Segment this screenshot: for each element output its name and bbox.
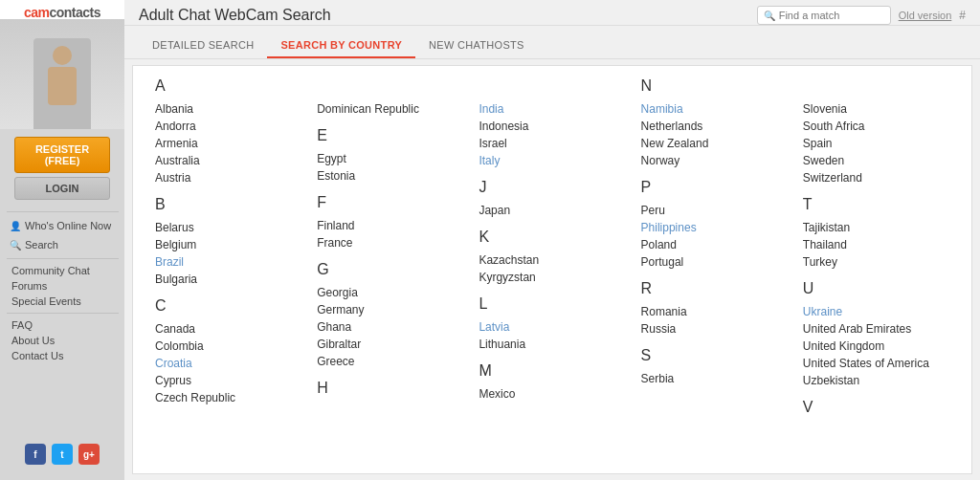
letter-h: H: [317, 380, 463, 397]
letter-g: G: [317, 261, 463, 278]
country-croatia[interactable]: Croatia: [155, 355, 301, 372]
contact-us-nav[interactable]: Contact Us: [0, 348, 124, 363]
register-button[interactable]: REGISTER (FREE): [14, 137, 110, 173]
old-version-link[interactable]: Old version: [899, 10, 952, 21]
person-icon: 👤: [10, 221, 21, 231]
country-mexico[interactable]: Mexico: [479, 385, 625, 403]
country-australia[interactable]: Australia: [155, 152, 301, 169]
country-bulgaria[interactable]: Bulgaria: [155, 271, 301, 288]
country-uae[interactable]: United Arab Emirates: [803, 320, 949, 338]
country-spain[interactable]: Spain: [803, 135, 949, 152]
page-header: Adult Chat WebCam Search 🔍 Old version #: [124, 0, 980, 26]
country-indonesia[interactable]: Indonesia: [479, 118, 625, 135]
letter-f: F: [317, 194, 463, 211]
search-icon: 🔍: [10, 240, 21, 251]
country-germany[interactable]: Germany: [317, 301, 463, 318]
country-estonia[interactable]: Estonia: [317, 167, 463, 185]
country-armenia[interactable]: Armenia: [155, 135, 301, 152]
country-india[interactable]: India: [479, 100, 625, 118]
country-romania[interactable]: Romania: [641, 303, 788, 320]
country-israel[interactable]: Israel: [479, 135, 625, 152]
whos-online-label: Who's Online Now: [25, 220, 111, 231]
hero-figure: [33, 38, 91, 129]
letter-u: U: [803, 280, 949, 297]
facebook-icon[interactable]: f: [25, 444, 46, 465]
country-uzbekistan[interactable]: Uzbekistan: [803, 372, 949, 389]
country-philippines[interactable]: Philippines: [641, 219, 788, 236]
country-dominican-republic[interactable]: Dominican Republic: [317, 100, 463, 118]
country-turkey[interactable]: Turkey: [803, 253, 949, 271]
country-czech-republic[interactable]: Czech Republic: [155, 389, 301, 406]
country-gibraltar[interactable]: Gibraltar: [317, 336, 463, 353]
country-belgium[interactable]: Belgium: [155, 236, 301, 253]
country-finland[interactable]: Finland: [317, 217, 463, 234]
search-label: Search: [25, 239, 58, 251]
faq-nav[interactable]: FAQ: [0, 317, 124, 333]
country-canada[interactable]: Canada: [155, 320, 301, 338]
country-japan[interactable]: Japan: [479, 202, 625, 219]
hash-icon: #: [959, 9, 966, 22]
country-namibia[interactable]: Namibia: [641, 100, 788, 118]
letter-e: E: [317, 127, 463, 144]
about-us-nav[interactable]: About Us: [0, 333, 124, 348]
nav-divider-3: [7, 313, 119, 314]
nav-divider-1: [7, 211, 119, 212]
country-peru[interactable]: Peru: [641, 202, 788, 219]
community-chat-nav[interactable]: Community Chat: [0, 263, 124, 278]
country-lithuania[interactable]: Lithuania: [479, 336, 625, 353]
letter-c: C: [155, 297, 301, 315]
special-events-nav[interactable]: Special Events: [0, 294, 124, 309]
tab-detailed-search[interactable]: DETAILED SEARCH: [139, 33, 267, 58]
country-andorra[interactable]: Andorra: [155, 118, 301, 135]
googleplus-icon[interactable]: g+: [78, 444, 100, 465]
country-cyprus[interactable]: Cyprus: [155, 372, 301, 389]
country-austria[interactable]: Austria: [155, 169, 301, 186]
search-nav[interactable]: 🔍 Search: [0, 235, 124, 254]
letter-v: V: [803, 399, 949, 416]
country-greece[interactable]: Greece: [317, 353, 463, 370]
country-ukraine[interactable]: Ukraine: [803, 303, 949, 320]
country-albania[interactable]: Albania: [155, 100, 301, 118]
twitter-icon[interactable]: t: [52, 444, 73, 465]
country-usa[interactable]: United States of America: [803, 355, 949, 372]
country-content: A Albania Andorra Armenia Australia Aust…: [132, 65, 972, 474]
country-france[interactable]: France: [317, 234, 463, 251]
country-georgia[interactable]: Georgia: [317, 284, 463, 301]
country-switzerland[interactable]: Switzerland: [803, 169, 949, 186]
country-brazil[interactable]: Brazil: [155, 253, 301, 271]
country-south-africa[interactable]: South Africa: [803, 118, 949, 135]
country-norway[interactable]: Norway: [641, 152, 788, 169]
country-russia[interactable]: Russia: [641, 320, 788, 338]
letter-p: P: [641, 179, 788, 196]
hero-image: [0, 19, 124, 129]
country-kazachstan[interactable]: Kazachstan: [479, 251, 625, 269]
letter-r: R: [641, 280, 788, 297]
country-kyrgyzstan[interactable]: Kyrgyzstan: [479, 269, 625, 286]
login-button[interactable]: LOGIN: [14, 177, 110, 200]
logo-cam: cam: [24, 5, 50, 20]
country-serbia[interactable]: Serbia: [641, 370, 788, 387]
country-colombia[interactable]: Colombia: [155, 338, 301, 355]
country-italy[interactable]: Italy: [479, 152, 625, 169]
nav-divider-2: [7, 258, 119, 259]
country-sweden[interactable]: Sweden: [803, 152, 949, 169]
country-slovenia[interactable]: Slovenia: [803, 100, 949, 118]
country-belarus[interactable]: Belarus: [155, 219, 301, 236]
country-portugal[interactable]: Portugal: [641, 253, 788, 271]
country-new-zealand[interactable]: New Zealand: [641, 135, 788, 152]
country-tajikistan[interactable]: Tajikistan: [803, 219, 949, 236]
sidebar: camcontacts REGISTER (FREE) LOGIN 👤 Who'…: [0, 0, 124, 480]
search-box[interactable]: 🔍: [757, 6, 891, 25]
search-input[interactable]: [779, 10, 884, 21]
tab-new-chathosts[interactable]: NEW CHATHOSTS: [415, 33, 538, 58]
country-ghana[interactable]: Ghana: [317, 318, 463, 336]
country-thailand[interactable]: Thailand: [803, 236, 949, 253]
forums-nav[interactable]: Forums: [0, 278, 124, 294]
country-egypt[interactable]: Egypt: [317, 150, 463, 167]
whos-online-nav[interactable]: 👤 Who's Online Now: [0, 216, 124, 235]
country-netherlands[interactable]: Netherlands: [641, 118, 788, 135]
country-poland[interactable]: Poland: [641, 236, 788, 253]
tab-search-by-country[interactable]: SEARCH BY COUNTRY: [267, 33, 415, 58]
country-latvia[interactable]: Latvia: [479, 318, 625, 336]
country-uk[interactable]: United Kingdom: [803, 338, 949, 355]
